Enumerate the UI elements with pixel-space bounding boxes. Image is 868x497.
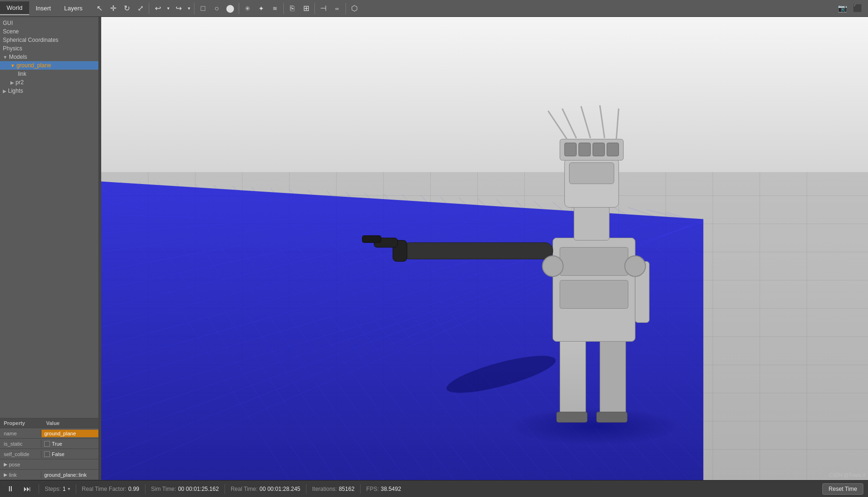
steps-label: Steps: (45, 486, 61, 492)
status-sep-4 (225, 484, 225, 494)
scale-tool-button[interactable]: ⤢ (134, 2, 147, 15)
pr2-label: pr2 (16, 79, 24, 86)
menu-world[interactable]: World (0, 1, 29, 15)
fps-label: FPS: (366, 486, 379, 492)
align-button[interactable]: ⊣ (317, 2, 330, 15)
rtf-item: Real Time Factor: 0.99 (82, 486, 139, 492)
is-static-swatch (44, 441, 50, 447)
menu-bar: World Insert Layers ↖ ✛ ↻ ⤢ ↩ ▾ ↪ ▾ □ ○ … (0, 0, 868, 17)
prop-key-pose: ▶ pose (0, 461, 24, 468)
redo-button[interactable]: ↪ (172, 2, 185, 15)
svg-rect-99 (579, 143, 590, 156)
prop-value-is-static[interactable]: True (41, 440, 98, 448)
link-key-text: link (9, 472, 17, 478)
tree-item-models[interactable]: ▼ Models (0, 53, 98, 61)
prop-row-is-static: is_static True (0, 439, 98, 449)
prop-row-pose[interactable]: ▶ pose (0, 459, 98, 470)
svg-rect-79 (600, 337, 626, 417)
paste-button[interactable]: ⊞ (299, 2, 313, 15)
tree-item-physics[interactable]: Physics (0, 44, 98, 53)
menu-layers[interactable]: Layers (57, 2, 89, 15)
model-button[interactable]: ⬡ (348, 2, 361, 15)
tree-item-pr2[interactable]: ▶ pr2 (0, 78, 98, 87)
tree-item-link[interactable]: link (0, 70, 98, 78)
link-label: link (18, 71, 26, 77)
tree-item-spherical[interactable]: Spherical Coordinates (0, 36, 98, 44)
tree-item-ground-plane[interactable]: ▼ ground_plane (0, 61, 98, 70)
menu-insert[interactable]: Insert (29, 2, 58, 15)
select-tool-button[interactable]: ↖ (93, 2, 106, 15)
top-right-icons: 📷 ⬛ (836, 2, 868, 15)
svg-rect-100 (593, 143, 604, 156)
sidebar: GUI Scene Spherical Coordinates Physics … (0, 17, 99, 480)
pose-label: pose (9, 462, 20, 467)
svg-point-92 (542, 256, 563, 276)
is-static-text: True (52, 441, 62, 447)
real-time-value: 00 00:01:28.245 (259, 486, 300, 492)
record-button[interactable]: ⬛ (851, 2, 864, 15)
fps-item: FPS: 38.5492 (366, 486, 401, 492)
prop-value-self-collide[interactable]: False (41, 450, 98, 458)
prop-header-value: Value (42, 418, 64, 428)
tree-item-gui[interactable]: GUI (0, 19, 98, 27)
prop-value-name: ground_plane (41, 430, 98, 437)
rotate-tool-button[interactable]: ↻ (120, 2, 133, 15)
translate-tool-button[interactable]: ✛ (106, 2, 120, 15)
box-button[interactable]: □ (196, 2, 209, 15)
svg-rect-101 (607, 143, 619, 156)
pointlight-button[interactable]: ✳ (241, 2, 254, 15)
sim-time-value: 00 00:01:25.162 (178, 486, 219, 492)
pose-arrow: ▶ (4, 462, 8, 467)
pr2-arrow: ▶ (10, 80, 14, 85)
pause-button[interactable]: ⏸ (5, 483, 16, 495)
joint-button[interactable]: ∞ (330, 2, 344, 15)
real-time-label: Real Time: (231, 486, 257, 492)
svg-rect-78 (560, 337, 586, 417)
dirlight-button[interactable]: ≋ (268, 2, 281, 15)
models-arrow: ▼ (3, 55, 8, 60)
iterations-value: 85162 (339, 486, 354, 492)
prop-key-name: name (0, 430, 41, 437)
separator-3 (239, 3, 239, 14)
screenshot-button[interactable]: 📷 (836, 2, 849, 15)
undo-dropdown[interactable]: ▾ (165, 2, 171, 15)
reset-time-button[interactable]: Reset Time (822, 483, 863, 495)
copy-button[interactable]: ⎘ (286, 2, 299, 15)
lights-label: Lights (8, 88, 23, 94)
scene-label: Scene (3, 28, 19, 35)
tree-item-scene[interactable]: Scene (0, 27, 98, 36)
iterations-item: Iterations: 85162 (312, 486, 354, 492)
prop-value-link: ground_plane::link (41, 471, 98, 479)
properties-panel: Property Value name ground_plane is_stat… (0, 418, 98, 480)
tree-item-lights[interactable]: ▶ Lights (0, 87, 98, 95)
world-tree: GUI Scene Spherical Coordinates Physics … (0, 17, 98, 418)
self-collide-swatch (44, 451, 50, 457)
svg-point-76 (510, 407, 680, 445)
status-bar: ⏸ ⏭ Steps: 1 ▾ Real Time Factor: 0.99 Si… (0, 480, 868, 497)
self-collide-text: False (52, 451, 64, 457)
link-arrow-icon: ▶ (4, 472, 8, 477)
redo-dropdown[interactable]: ▾ (185, 2, 192, 15)
prop-key-is-static: is_static (0, 440, 41, 448)
separator-1 (149, 3, 149, 14)
separator-4 (283, 3, 284, 14)
spotlight-button[interactable]: ✦ (255, 2, 268, 15)
models-label: Models (9, 54, 27, 60)
status-sep-2 (76, 484, 76, 494)
spherical-label: Spherical Coordinates (3, 37, 58, 43)
steps-arrow[interactable]: ▾ (68, 486, 70, 491)
prop-row-link[interactable]: ▶ link ground_plane::link (0, 470, 98, 480)
cylinder-button[interactable]: ⬤ (224, 2, 237, 15)
prop-key-self-collide: self_collide (0, 450, 41, 458)
sphere-button[interactable]: ○ (210, 2, 223, 15)
step-button[interactable]: ⏭ (22, 483, 33, 495)
viewport[interactable]: PR2 (101, 17, 868, 480)
status-sep-6 (360, 484, 361, 494)
main-area: GUI Scene Spherical Coordinates Physics … (0, 17, 868, 480)
steps-value: 1 (63, 486, 66, 492)
svg-rect-88 (402, 243, 553, 259)
sim-time-item: Sim Time: 00 00:01:25.162 (151, 486, 219, 492)
separator-5 (314, 3, 315, 14)
svg-rect-81 (596, 412, 627, 422)
undo-button[interactable]: ↩ (151, 2, 164, 15)
